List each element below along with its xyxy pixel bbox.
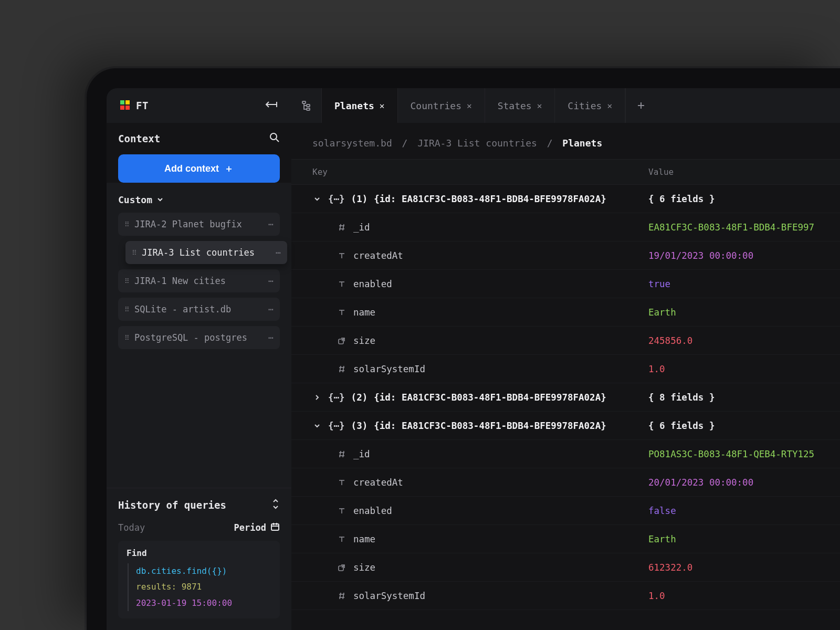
field-name: enabled bbox=[353, 279, 392, 289]
tab[interactable]: Countries✕ bbox=[398, 88, 485, 123]
field-row[interactable]: solarSystemId1.0 bbox=[291, 355, 840, 383]
query-card[interactable]: Find db.cities.find({}) results: 9871 20… bbox=[118, 541, 280, 618]
field-value: 1.0 bbox=[648, 364, 819, 374]
field-name: name bbox=[353, 307, 375, 318]
context-panel: Context Add context ＋ bbox=[107, 123, 291, 183]
svg-rect-12 bbox=[302, 101, 306, 103]
context-item-label: JIRA-2 Planet bugfix bbox=[134, 219, 242, 229]
field-row[interactable]: nameEarth bbox=[291, 525, 840, 553]
svg-line-19 bbox=[340, 224, 341, 230]
more-icon[interactable]: ⋯ bbox=[276, 247, 281, 258]
custom-section: Custom ⠿JIRA-2 Planet bugfix⋯⠿JIRA-3 Lis… bbox=[107, 183, 291, 349]
breadcrumb-mid[interactable]: JIRA-3 List countries bbox=[417, 138, 537, 149]
drag-handle-icon[interactable]: ⠿ bbox=[124, 220, 129, 228]
new-tab-button[interactable] bbox=[625, 88, 656, 123]
svg-rect-1 bbox=[125, 100, 130, 104]
history-header: History of queries bbox=[107, 488, 291, 522]
expand-icon[interactable] bbox=[312, 195, 322, 203]
search-icon[interactable] bbox=[269, 132, 280, 145]
query-results-label: results: bbox=[136, 582, 176, 592]
svg-rect-0 bbox=[120, 100, 124, 104]
type-icon bbox=[337, 337, 347, 345]
add-context-button[interactable]: Add context ＋ bbox=[118, 154, 280, 183]
braces-icon: {⋯} bbox=[328, 392, 345, 403]
field-value: 20/01/2023 00:00:00 bbox=[648, 477, 819, 488]
sidebar: FT Context Add context ＋ bbox=[107, 88, 291, 630]
context-item-label: PostgreSQL - postgres bbox=[134, 332, 247, 343]
breadcrumb-root[interactable]: solarsystem.bd bbox=[312, 138, 392, 149]
drag-handle-icon[interactable]: ⠿ bbox=[124, 334, 129, 342]
field-value: 612322.0 bbox=[648, 562, 819, 573]
field-row[interactable]: solarSystemId1.0 bbox=[291, 582, 840, 610]
more-icon[interactable]: ⋯ bbox=[268, 304, 274, 314]
more-icon[interactable]: ⋯ bbox=[268, 332, 274, 343]
object-row[interactable]: {⋯}(1){id: EA81CF3C-B083-48F1-BDB4-BFE99… bbox=[291, 185, 840, 213]
app-logo[interactable]: FT bbox=[120, 100, 149, 111]
calendar-icon bbox=[270, 522, 280, 533]
close-icon[interactable]: ✕ bbox=[607, 101, 612, 111]
object-summary: {id: EA81CF3C-B083-48F1-BDB4-BFE9978FA02… bbox=[374, 421, 606, 431]
tab[interactable]: Planets✕ bbox=[322, 88, 398, 123]
field-row[interactable]: enabledtrue bbox=[291, 270, 840, 298]
context-item[interactable]: ⠿SQLite - artist.db⋯ bbox=[118, 298, 280, 321]
context-item[interactable]: ⠿JIRA-1 New cities⋯ bbox=[118, 269, 280, 292]
field-name: _id bbox=[353, 449, 370, 459]
period-picker[interactable]: Period bbox=[234, 522, 280, 533]
tab-label: Cities bbox=[568, 100, 602, 111]
field-row[interactable]: createdAt19/01/2023 00:00:00 bbox=[291, 242, 840, 270]
close-icon[interactable]: ✕ bbox=[537, 101, 542, 111]
close-icon[interactable]: ✕ bbox=[380, 101, 385, 111]
drag-handle-icon[interactable]: ⠿ bbox=[124, 306, 129, 313]
type-icon bbox=[337, 251, 347, 260]
drag-handle-icon[interactable]: ⠿ bbox=[124, 277, 129, 285]
expand-history-icon[interactable] bbox=[271, 499, 280, 511]
field-row[interactable]: nameEarth bbox=[291, 298, 840, 327]
object-index: (2) bbox=[351, 392, 368, 403]
device-frame: FT Context Add context ＋ bbox=[87, 68, 840, 630]
svg-rect-2 bbox=[120, 106, 124, 110]
tab-label: Countries bbox=[411, 100, 462, 111]
field-value: true bbox=[648, 279, 819, 289]
braces-icon: {⋯} bbox=[328, 194, 345, 204]
add-context-label: Add context bbox=[164, 163, 219, 174]
custom-toggle[interactable]: Custom bbox=[118, 194, 280, 205]
svg-line-7 bbox=[276, 139, 279, 142]
tree-view-icon[interactable] bbox=[291, 88, 322, 123]
field-name: solarSystemId bbox=[353, 364, 425, 374]
context-item[interactable]: ⠿JIRA-3 List countries⋯ bbox=[125, 241, 287, 264]
field-row[interactable]: createdAt20/01/2023 00:00:00 bbox=[291, 468, 840, 497]
object-summary: {id: EA81CF3C-B083-48F1-BDB4-BFE9978FA02… bbox=[374, 392, 606, 403]
expand-icon[interactable] bbox=[312, 394, 322, 401]
type-icon bbox=[337, 563, 347, 572]
field-row[interactable]: size612322.0 bbox=[291, 553, 840, 582]
svg-line-31 bbox=[340, 366, 341, 372]
field-value: EA81CF3C-B083-48F1-BDB4-BFE997 bbox=[648, 222, 819, 233]
object-row[interactable]: {⋯}(3){id: EA81CF3C-B083-48F1-BDB4-BFE99… bbox=[291, 412, 840, 440]
field-row[interactable]: _idEA81CF3C-B083-48F1-BDB4-BFE997 bbox=[291, 213, 840, 242]
collapse-sidebar-icon[interactable] bbox=[265, 100, 278, 111]
svg-line-36 bbox=[343, 451, 344, 457]
drag-handle-icon[interactable]: ⠿ bbox=[132, 249, 136, 257]
close-icon[interactable]: ✕ bbox=[467, 101, 472, 111]
context-title: Context bbox=[118, 133, 160, 144]
expand-icon[interactable] bbox=[312, 422, 322, 429]
tab[interactable]: Cities✕ bbox=[555, 88, 625, 123]
context-item[interactable]: ⠿JIRA-2 Planet bugfix⋯ bbox=[118, 213, 280, 236]
more-icon[interactable]: ⋯ bbox=[268, 219, 274, 229]
object-value-summary: { 8 fields } bbox=[648, 392, 819, 403]
svg-point-6 bbox=[270, 133, 277, 140]
svg-line-47 bbox=[340, 593, 341, 599]
more-icon[interactable]: ⋯ bbox=[268, 276, 274, 286]
field-name: size bbox=[353, 335, 375, 346]
context-item[interactable]: ⠿PostgreSQL - postgres⋯ bbox=[118, 326, 280, 349]
tab[interactable]: States✕ bbox=[485, 88, 555, 123]
field-row[interactable]: size245856.0 bbox=[291, 327, 840, 355]
field-row[interactable]: _idPO81AS3C-B083-48F1-QEB4-RTY125 bbox=[291, 440, 840, 468]
field-value: 245856.0 bbox=[648, 335, 819, 346]
svg-rect-13 bbox=[307, 104, 310, 107]
svg-rect-14 bbox=[307, 108, 310, 110]
field-row[interactable]: enabledfalse bbox=[291, 497, 840, 525]
object-row[interactable]: {⋯}(2){id: EA81CF3C-B083-48F1-BDB4-BFE99… bbox=[291, 383, 840, 412]
field-name: createdAt bbox=[353, 477, 403, 488]
field-name: solarSystemId bbox=[353, 591, 425, 601]
